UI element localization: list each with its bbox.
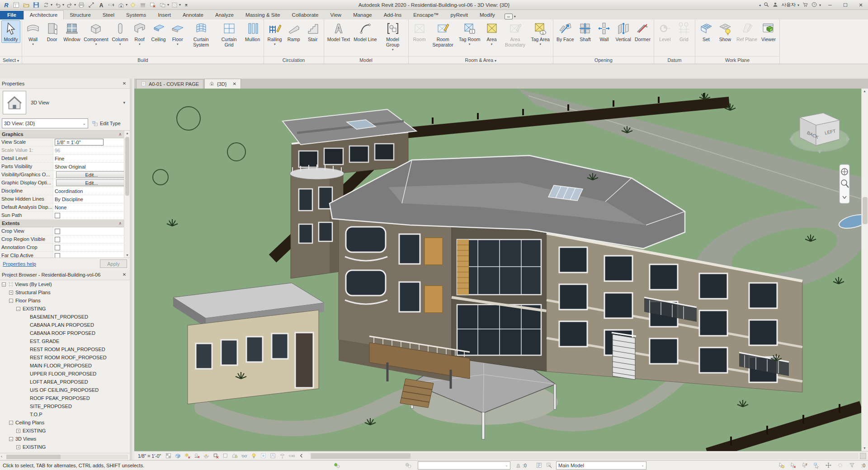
show-crop-icon[interactable]	[221, 452, 229, 460]
reveal-hidden-icon[interactable]	[250, 452, 258, 460]
ribbon-tab-analyze[interactable]: Analyze	[209, 11, 240, 19]
browser-tree-item[interactable]: SITE_PROPOSED	[0, 402, 130, 410]
undo-icon[interactable]	[53, 0, 62, 9]
dropdown-caret-icon[interactable]: ▾	[32, 43, 34, 46]
model-line-button[interactable]: Model Line	[352, 20, 378, 43]
browser-tree-item[interactable]: –Views (By Level)	[0, 280, 130, 288]
text-icon[interactable]: A	[97, 0, 106, 9]
customize-qat-icon[interactable]	[182, 0, 191, 9]
select-pinned-icon[interactable]	[800, 461, 809, 470]
view-scale-button[interactable]: 1/8" = 1'-0"	[136, 453, 163, 459]
browser-tree-item[interactable]: CABANA ROOF PROPOSED	[0, 329, 130, 337]
panel-state-toggle[interactable]: ▭▾	[505, 14, 516, 19]
property-value[interactable]: By Discipline	[53, 195, 130, 203]
displacement-icon[interactable]	[278, 452, 286, 460]
signed-in-user[interactable]: 사용자	[781, 2, 796, 8]
close-icon[interactable]: ✕	[121, 272, 128, 277]
panel-label-circulation[interactable]: Circulation	[264, 56, 324, 64]
dropdown-caret-icon[interactable]: ▾	[177, 43, 179, 46]
property-value[interactable]	[53, 235, 130, 243]
checkbox[interactable]	[55, 253, 60, 258]
design-options-icon[interactable]	[534, 461, 543, 470]
ribbon-tab-enscape[interactable]: Enscape™	[407, 11, 444, 19]
property-value[interactable]: Show Original	[53, 163, 130, 170]
column-button[interactable]: Column▾	[110, 20, 130, 46]
tree-expander-icon[interactable]: –	[2, 282, 6, 287]
property-value[interactable]	[53, 244, 130, 251]
ceiling-button[interactable]: Ceiling	[149, 20, 168, 43]
browser-tree-item[interactable]: EST. GRADE	[0, 337, 130, 345]
chevron-down-icon[interactable]: ▾	[123, 100, 125, 105]
temporary-view-properties-icon[interactable]	[259, 452, 267, 460]
browser-tree-item[interactable]: –3D Views	[0, 435, 130, 443]
vertical-button[interactable]: Vertical	[613, 20, 632, 43]
curtain-grid-button[interactable]: Curtain Grid	[215, 20, 243, 48]
default-3d-view-icon[interactable]	[117, 0, 126, 9]
redo-icon[interactable]	[65, 0, 74, 9]
type-selector[interactable]: 3D View ▾	[0, 89, 130, 117]
room-separator-button[interactable]: Room Separator	[429, 20, 457, 48]
browser-tree-item[interactable]: UPPER FLOOR_PROPOSED	[0, 370, 130, 378]
ribbon-tab-insert[interactable]: Insert	[152, 11, 177, 19]
section-header-extents[interactable]: Extents∧	[0, 220, 130, 227]
railing-button[interactable]: Railing▾	[265, 20, 284, 46]
temporary-hide-icon[interactable]	[240, 452, 248, 460]
mullion-button[interactable]: Mullion	[243, 20, 262, 43]
user-menu-caret-icon[interactable]: ▾	[797, 3, 799, 7]
sync-icon[interactable]	[42, 0, 51, 9]
select-by-face-icon[interactable]	[812, 461, 821, 470]
stair-button[interactable]: Stair	[303, 20, 322, 43]
section-header-graphics[interactable]: Graphics∧	[0, 131, 130, 138]
roof-button[interactable]: Roof▾	[130, 20, 149, 46]
active-workset-icon[interactable]	[332, 461, 341, 470]
canvas-vscrollbar[interactable]: ▲ ▼	[861, 89, 868, 451]
tree-expander-icon[interactable]: –	[9, 437, 13, 441]
cart-icon[interactable]	[802, 1, 808, 9]
shadows-icon[interactable]	[193, 452, 201, 460]
browser-tree-item[interactable]: –Ceiling Plans	[0, 418, 130, 427]
component-button[interactable]: Component▾	[82, 20, 110, 46]
resize-grip[interactable]	[860, 453, 866, 459]
ramp-button[interactable]: Ramp	[284, 20, 303, 43]
checkbox[interactable]	[55, 229, 60, 234]
checkbox[interactable]	[55, 245, 60, 250]
dropdown-caret-icon[interactable]: ▾	[74, 3, 76, 7]
tree-expander-icon[interactable]: –	[16, 307, 20, 311]
dropdown-caret-icon[interactable]: ▾	[62, 3, 64, 7]
browser-tree-item[interactable]: U/S OF CEILING_PROPOSED	[0, 386, 130, 394]
dormer-button[interactable]: Dormer	[633, 20, 652, 43]
ribbon-tab-pyrevit[interactable]: pyRevit	[445, 11, 474, 19]
minimize-button[interactable]: ─	[824, 0, 836, 9]
panel-label-select[interactable]: Select ▾	[0, 56, 22, 64]
ribbon-tab-massing-site[interactable]: Massing & Site	[240, 11, 286, 19]
browser-tree-item[interactable]: BASEMENT_PROPOSED	[0, 313, 130, 321]
ribbon-tab-modify[interactable]: Modify	[474, 11, 501, 19]
property-value[interactable]	[53, 252, 130, 258]
shaft-button[interactable]: Shaft	[576, 20, 594, 43]
navigation-bar[interactable]	[840, 164, 849, 203]
tree-expander-icon[interactable]: –	[9, 421, 13, 425]
dropdown-caret-icon[interactable]: ▾	[274, 43, 276, 46]
3d-scene[interactable]: BACK LEFT	[134, 89, 861, 451]
view-tab-a0-01-cover-page[interactable]: A0-01 - COVER PAGE	[136, 79, 203, 89]
browser-tree-item[interactable]: –EXISTING	[0, 305, 130, 313]
tag-room-button[interactable]: 1Tag Room▾	[457, 20, 482, 46]
browser-tree-item[interactable]: CABANA PLAN PROPOSED	[0, 321, 130, 329]
close-hidden-windows-icon[interactable]	[148, 0, 157, 9]
property-value[interactable]: 96	[53, 146, 130, 154]
help-icon[interactable]: ?	[811, 1, 817, 9]
render-gallery-icon[interactable]	[128, 0, 137, 9]
scrollbar-thumb[interactable]	[6, 455, 61, 459]
browser-tree-item[interactable]: +EXISTING	[0, 443, 130, 451]
section-icon[interactable]	[107, 0, 116, 9]
exclude-options-icon[interactable]	[544, 461, 553, 470]
edit-type-button[interactable]: Edit Type	[90, 118, 128, 128]
property-value[interactable]: Coordination	[53, 187, 130, 195]
tree-expander-icon[interactable]: +	[9, 291, 13, 295]
spinner-icon[interactable]	[835, 461, 844, 470]
project-browser-hscrollbar[interactable]: ‹	[0, 453, 130, 460]
ribbon-tab-manage[interactable]: Manage	[347, 11, 378, 19]
scroll-left-icon[interactable]: ‹	[1, 454, 2, 459]
browser-tree-item[interactable]: MAIN FLOOR_PROPOSED	[0, 362, 130, 370]
model-group-button[interactable]: Model Group▾	[379, 20, 407, 52]
